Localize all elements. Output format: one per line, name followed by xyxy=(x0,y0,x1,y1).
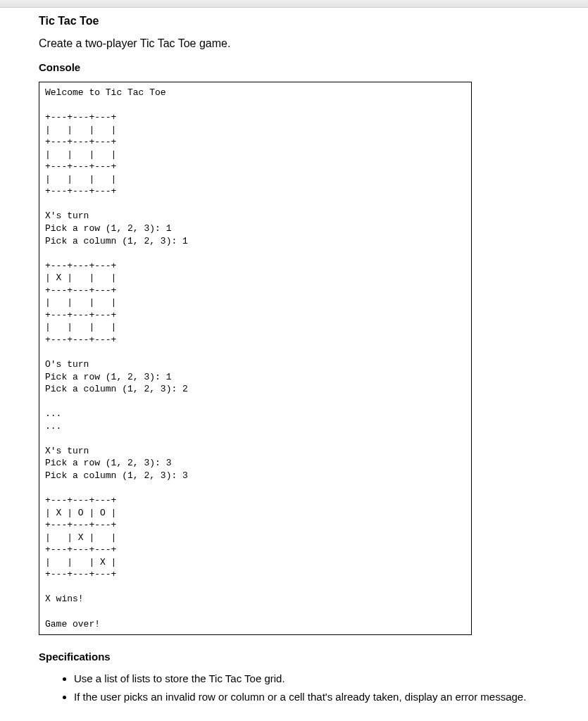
specifications-heading: Specifications xyxy=(39,651,549,663)
page-description: Create a two-player Tic Tac Toe game. xyxy=(39,37,549,50)
page-title: Tic Tac Toe xyxy=(39,15,549,27)
window-top-bar xyxy=(0,0,588,8)
console-output: Welcome to Tic Tac Toe +---+---+---+ | |… xyxy=(39,82,472,635)
document-page: Tic Tac Toe Create a two-player Tic Tac … xyxy=(0,8,588,721)
list-item: Use a list of lists to store the Tic Tac… xyxy=(74,671,549,686)
specifications-list: Use a list of lists to store the Tic Tac… xyxy=(60,671,549,705)
list-item: If the user picks an invalid row or colu… xyxy=(74,689,549,705)
console-heading: Console xyxy=(39,61,549,73)
